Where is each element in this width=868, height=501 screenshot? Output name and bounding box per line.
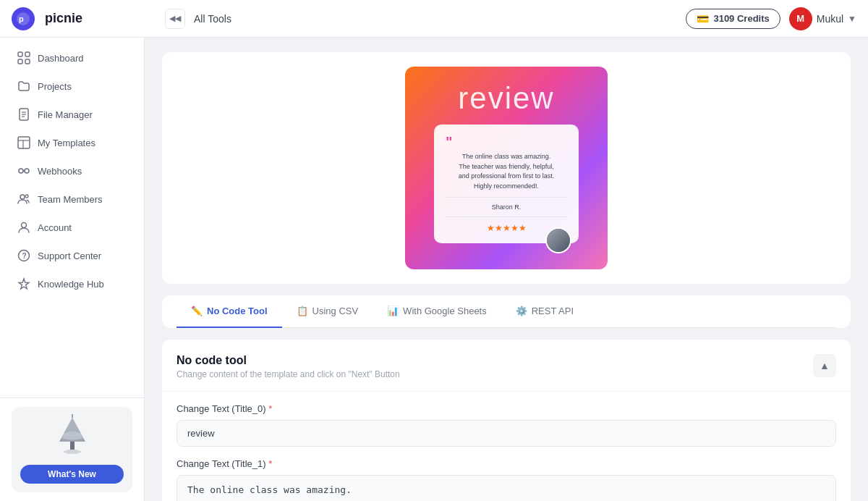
card-icon: 💳 [697, 13, 709, 25]
chevron-down-icon: ▼ [848, 14, 856, 24]
title-0-input[interactable] [176, 420, 836, 447]
folder-icon [17, 80, 30, 93]
header-right: 💳 3109 Credits M Mukul ▼ [686, 7, 856, 30]
svg-point-17 [25, 195, 28, 198]
svg-rect-3 [25, 52, 30, 56]
tab-rest-api[interactable]: ⚙️ REST API [501, 295, 588, 328]
sidebar-item-label: File Manager [38, 109, 93, 120]
review-divider [446, 197, 567, 198]
svg-rect-2 [18, 52, 22, 56]
quote-icon: " [446, 135, 567, 149]
logo-icon: p [12, 7, 35, 30]
review-divider-2 [446, 216, 567, 217]
svg-point-18 [22, 223, 27, 228]
tab-label: Using CSV [312, 306, 359, 316]
tab-csv[interactable]: 📋 Using CSV [282, 295, 373, 328]
collapse-tool-button[interactable]: ▲ [813, 354, 836, 377]
link-icon [17, 164, 30, 177]
tab-label: REST API [532, 306, 574, 316]
credits-label: 3109 Credits [713, 13, 769, 24]
sidebar-item-label: Knowledge Hub [38, 279, 104, 290]
svg-point-24 [64, 450, 81, 454]
sidebar-item-my-templates[interactable]: My Templates [6, 129, 138, 156]
field-label-title0: Change Text (Title_0) * [176, 403, 836, 414]
sidebar-item-dashboard[interactable]: Dashboard [6, 44, 138, 72]
sidebar-item-account[interactable]: Account [6, 214, 138, 241]
layout-icon [17, 136, 30, 149]
svg-point-14 [25, 169, 29, 173]
tabs-row: ✏️ No Code Tool 📋 Using CSV 📊 With Googl… [176, 295, 836, 328]
svg-point-16 [20, 195, 25, 199]
template-review-title: review [458, 81, 554, 116]
tab-label: With Google Sheets [403, 306, 487, 316]
required-indicator: * [268, 403, 272, 414]
svg-rect-5 [25, 59, 30, 64]
sidebar-nav: Dashboard Projects [0, 38, 144, 397]
tool-body: Change Text (Title_0) * Change Text (Tit… [162, 392, 851, 501]
users-icon [17, 193, 30, 206]
sidebar-item-label: Team Members [38, 194, 103, 205]
tool-header-text: No code tool Change content of the templ… [176, 354, 400, 379]
svg-point-13 [19, 169, 23, 173]
sidebar: Dashboard Projects [0, 38, 145, 501]
svg-text:?: ? [22, 252, 27, 260]
tab-label: No Code Tool [207, 306, 268, 316]
pencil-icon: ✏️ [191, 306, 203, 316]
required-indicator-2: * [268, 458, 272, 469]
tab-no-code[interactable]: ✏️ No Code Tool [176, 295, 282, 328]
tool-subtitle: Change content of the template and click… [176, 369, 400, 379]
review-author: Sharon R. [446, 203, 567, 211]
file-icon [17, 108, 30, 121]
lamp-illustration [51, 416, 94, 459]
sidebar-item-webhooks[interactable]: Webhooks [6, 157, 138, 185]
collapse-sidebar-button[interactable]: ◀◀ [165, 9, 185, 29]
logo-text: picnie [45, 11, 82, 26]
sidebar-item-label: Webhooks [38, 166, 82, 177]
user-name: Mukul [817, 13, 843, 25]
sidebar-item-projects[interactable]: Projects [6, 72, 138, 100]
sidebar-item-file-manager[interactable]: File Manager [6, 101, 138, 128]
api-icon: ⚙️ [516, 306, 527, 316]
whats-new-button[interactable]: What's New [20, 465, 124, 484]
tab-google-sheets[interactable]: 📊 With Google Sheets [373, 295, 501, 328]
sidebar-item-label: Projects [38, 81, 72, 92]
tool-header: No code tool Change content of the templ… [162, 340, 851, 392]
svg-text:p: p [19, 14, 24, 23]
field-label-title1: Change Text (Title_1) * [176, 458, 836, 469]
all-tools-label: All Tools [194, 13, 231, 25]
review-text: The online class was amazing.The teacher… [446, 152, 567, 191]
csv-icon: 📋 [297, 306, 308, 316]
content-area: review " The online class was amazing.Th… [145, 38, 868, 501]
reviewer-avatar [545, 227, 571, 253]
svg-rect-4 [18, 59, 22, 64]
template-preview: review " The online class was amazing.Th… [405, 67, 608, 269]
svg-point-26 [62, 431, 82, 440]
person-icon [17, 221, 30, 234]
logo-area: p picnie [12, 7, 156, 30]
user-avatar: M [789, 7, 812, 30]
sidebar-item-label: My Templates [38, 138, 95, 148]
sidebar-item-support-center[interactable]: ? Support Center [6, 242, 138, 269]
tool-title: No code tool [176, 354, 400, 367]
review-card: " The online class was amazing.The teach… [434, 125, 579, 243]
credits-button[interactable]: 💳 3109 Credits [686, 9, 780, 29]
tool-card: No code tool Change content of the templ… [162, 340, 851, 501]
user-menu-button[interactable]: M Mukul ▼ [789, 7, 856, 30]
sidebar-item-label: Account [38, 222, 72, 233]
header: p picnie ◀◀ All Tools 💳 3109 Credits M M… [0, 0, 868, 38]
sidebar-item-knowledge-hub[interactable]: Knowledge Hub [6, 270, 138, 298]
avatar-image [547, 229, 570, 252]
help-icon: ? [17, 249, 30, 262]
sidebar-item-label: Dashboard [38, 53, 84, 64]
star-icon [17, 277, 30, 290]
whats-new-card: What's New [12, 407, 132, 492]
sheets-icon: 📊 [387, 306, 399, 316]
grid-icon [17, 51, 30, 64]
title-1-textarea[interactable]: The online class was amazing. The teache… [176, 475, 836, 501]
svg-rect-10 [18, 137, 30, 148]
tabs-card: ✏️ No Code Tool 📋 Using CSV 📊 With Googl… [162, 295, 851, 328]
sidebar-bottom: What's New [0, 397, 144, 501]
sidebar-item-team-members[interactable]: Team Members [6, 185, 138, 213]
sidebar-item-label: Support Center [38, 250, 101, 261]
template-preview-card: review " The online class was amazing.Th… [162, 52, 851, 284]
